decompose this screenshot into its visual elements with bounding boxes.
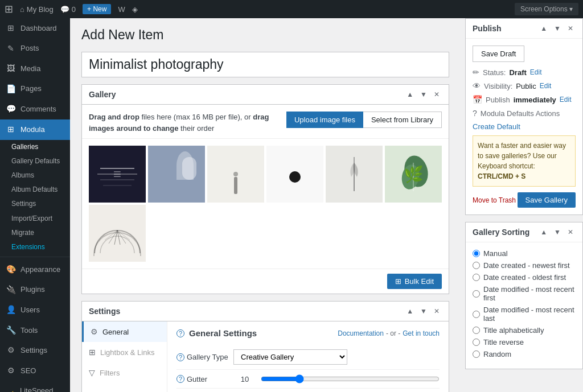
sidebar-sub-albums[interactable]: Albums [0, 168, 70, 183]
create-default-link[interactable]: Create Default [473, 122, 576, 131]
sidebar-item-comments[interactable]: 💬 Comments [0, 99, 70, 119]
sidebar-item-pages[interactable]: 📄 Pages [0, 79, 70, 100]
save-gallery-button[interactable]: Save Gallery [518, 192, 576, 208]
sort-title-reverse-radio[interactable] [473, 339, 480, 346]
sidebar-item-media[interactable]: 🖼 Media [0, 59, 70, 79]
page-title: Add New Item [81, 27, 449, 43]
sidebar-sub-extensions[interactable]: Extensions [0, 240, 70, 254]
sidebar-sub-gallery-defaults[interactable]: Gallery Defaults [0, 154, 70, 168]
sort-date-oldest-radio[interactable] [473, 274, 480, 281]
gallery-collapse-down-button[interactable]: ▼ [418, 89, 429, 100]
settings-nav-lightbox-label: Lightbox & Links [100, 348, 154, 357]
sidebar-item-posts[interactable]: ✎ Posts [0, 39, 70, 59]
gallery-title-input[interactable] [81, 52, 449, 77]
documentation-link[interactable]: Documentation [338, 329, 384, 337]
sorting-collapse-down-button[interactable]: ▼ [552, 227, 563, 237]
sorting-collapse-up-button[interactable]: ▲ [538, 227, 549, 237]
publish-time-edit-link[interactable]: Edit [560, 96, 572, 104]
sidebar-item-label: Tools [20, 325, 38, 336]
new-item-button[interactable]: + New [83, 4, 111, 14]
pages-icon: 📄 [6, 84, 16, 95]
sorting-close-button[interactable]: ✕ [565, 227, 576, 237]
bulk-edit-button[interactable]: ⊞ Bulk Edit [387, 274, 442, 289]
settings-nav-filters[interactable]: ▽ Filters [82, 362, 167, 383]
gutter-help-icon[interactable]: ? [176, 375, 184, 383]
publish-title: Publish [473, 24, 538, 33]
gallery-item[interactable] [89, 146, 146, 203]
gallery-item[interactable] [148, 146, 205, 203]
settings-nav-general[interactable]: ⚙ General [82, 321, 167, 342]
sidebar-sub-migrate[interactable]: Migrate [0, 226, 70, 240]
sort-modified-recent-radio[interactable] [473, 290, 480, 298]
gallery-item[interactable] [326, 146, 383, 203]
select-library-button[interactable]: Select from Library [363, 112, 442, 128]
svg-rect-8 [234, 177, 237, 194]
publish-close-button[interactable]: ✕ [565, 23, 576, 34]
svg-rect-18 [89, 205, 146, 262]
settings-icon: ⚙ [6, 345, 16, 356]
svg-line-20 [114, 230, 117, 245]
gallery-item[interactable] [266, 146, 323, 203]
settings-collapse-down-button[interactable]: ▼ [418, 306, 429, 316]
sidebar-item-settings[interactable]: ⚙ Settings [0, 340, 70, 361]
get-in-touch-link[interactable]: Get in touch [403, 329, 440, 337]
sidebar-item-litespeed[interactable]: ⚡ LiteSpeed Cache [0, 381, 70, 392]
gallery-type-label: Gallery Type [187, 353, 228, 361]
publish-widget-header: Publish ▲ ▼ ✕ [466, 19, 582, 39]
sort-title-alpha-radio[interactable] [473, 327, 480, 334]
move-trash-button[interactable]: Move to Trash [473, 196, 516, 204]
status-edit-link[interactable]: Edit [530, 68, 542, 76]
gallery-item[interactable] [385, 146, 442, 203]
gallery-collapse-up-button[interactable]: ▲ [404, 89, 416, 100]
sidebar-item-appearance[interactable]: 🎨 Appearance [0, 259, 70, 280]
sort-title-reverse-label: Title reverse [483, 338, 524, 346]
publish-collapse-down-button[interactable]: ▼ [552, 23, 563, 34]
settings-section-controls: ▲ ▼ ✕ [404, 306, 442, 316]
sidebar-item-label: Dashboard [20, 23, 57, 34]
my-blog-link[interactable]: ⌂ My Blog [20, 5, 54, 14]
sort-title-alpha-label: Title alphabetically [483, 326, 544, 335]
upload-image-button[interactable]: Upload image files [286, 112, 363, 128]
sort-date-newest-radio[interactable] [473, 262, 480, 269]
gallery-type-select[interactable]: Creative Gallery Masonry Grid Slider [233, 349, 347, 365]
gallery-item[interactable] [89, 205, 146, 262]
svg-line-19 [117, 230, 120, 245]
sort-modified-recent-label: Date modified - most recent first [483, 285, 576, 302]
screen-options-button[interactable]: Screen Options ▾ [515, 3, 578, 15]
gallery-section: Gallery ▲ ▼ ✕ Drag and drop files here (… [81, 84, 449, 294]
sidebar-sub-galleries[interactable]: Galleries [0, 140, 70, 154]
sidebar-item-plugins[interactable]: 🔌 Plugins [0, 280, 70, 300]
sidebar-sub-album-defaults[interactable]: Album Defaults [0, 183, 70, 197]
settings-content-header: ? General Settings Documentation - or - … [176, 328, 440, 338]
publish-collapse-up-button[interactable]: ▲ [538, 23, 549, 34]
sort-modified-last-radio[interactable] [473, 311, 480, 318]
gallery-type-help-icon[interactable]: ? [176, 353, 184, 361]
save-draft-button[interactable]: Save Draft [473, 46, 524, 62]
sidebar-sub-import-export[interactable]: Import/Export [0, 212, 70, 226]
gutter-slider[interactable] [261, 374, 440, 383]
visibility-edit-link[interactable]: Edit [540, 82, 552, 90]
gallery-item[interactable] [207, 146, 264, 203]
sidebar-item-label: Settings [20, 345, 47, 356]
sort-manual-radio[interactable] [473, 250, 480, 257]
comments-link[interactable]: 💬 0 [60, 5, 76, 14]
sort-random-radio[interactable] [473, 350, 480, 358]
sidebar-item-users[interactable]: 👤 Users [0, 300, 70, 320]
svg-point-9 [233, 172, 238, 176]
general-settings-help-icon[interactable]: ? [176, 329, 184, 337]
settings-collapse-up-button[interactable]: ▲ [404, 306, 416, 316]
visibility-row: 👁 Visibility: Public Edit [473, 81, 576, 90]
sidebar-item-modula[interactable]: ⊞ Modula [0, 119, 70, 140]
settings-nav-lightbox[interactable]: ⊞ Lightbox & Links [82, 342, 167, 362]
posts-icon: ✎ [6, 43, 16, 55]
gutter-row: 10 [233, 374, 440, 383]
sidebar-item-tools[interactable]: 🔧 Tools [0, 320, 70, 341]
sort-modified-last-label: Date modified - most recent last [483, 306, 576, 323]
sidebar-item-seo[interactable]: ⚙ SEO [0, 361, 70, 381]
settings-close-button[interactable]: ✕ [432, 306, 442, 316]
publish-time-label: Publish [486, 96, 510, 104]
sidebar-sub-settings[interactable]: Settings [0, 197, 70, 211]
gallery-close-button[interactable]: ✕ [432, 89, 442, 100]
sidebar-item-dashboard[interactable]: ⊞ Dashboard [0, 18, 70, 39]
gallery-section-controls: ▲ ▼ ✕ [404, 89, 442, 100]
